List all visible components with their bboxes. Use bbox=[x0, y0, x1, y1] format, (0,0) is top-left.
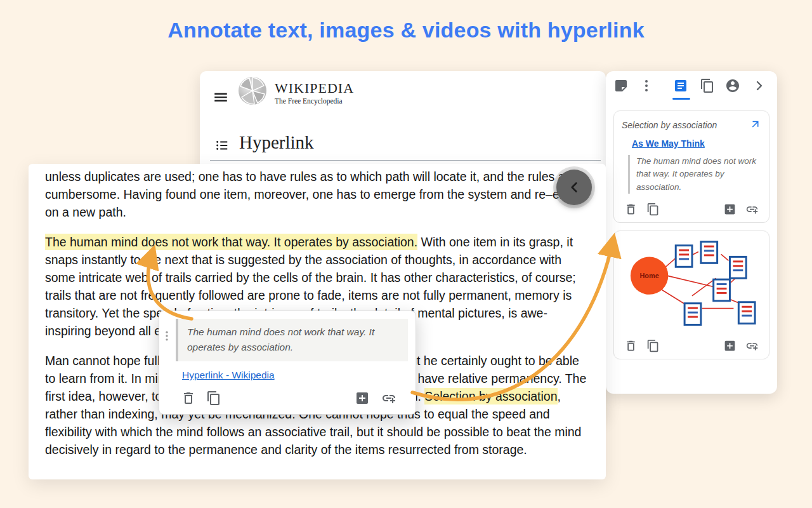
contents-list-icon[interactable] bbox=[215, 138, 229, 152]
add-to-collection-icon[interactable] bbox=[723, 203, 737, 216]
sticky-note-icon[interactable] bbox=[613, 78, 630, 95]
more-options-icon[interactable] bbox=[639, 78, 655, 95]
hamburger-menu-icon[interactable] bbox=[213, 89, 229, 105]
annotation-source-link[interactable]: As We May Think bbox=[632, 138, 761, 149]
popup-quote: The human mind does not work that way. I… bbox=[176, 319, 408, 361]
add-to-collection-icon[interactable] bbox=[723, 339, 737, 352]
hypertext-diagram-image: Home bbox=[622, 240, 761, 330]
duplicate-icon[interactable] bbox=[646, 339, 660, 352]
annotation-card-image: Home bbox=[613, 231, 769, 359]
wikipedia-topbar: WIKIPEDIA The Free Encyclopedia bbox=[200, 71, 606, 126]
annotation-sidebar: Selection by association As We May Think… bbox=[606, 71, 777, 394]
annotation-popup: The human mind does not work that way. I… bbox=[159, 311, 416, 415]
paragraph-1-text: unless duplicates are used; one has to h… bbox=[45, 170, 580, 219]
delete-icon[interactable] bbox=[624, 203, 638, 216]
paragraph-1: unless duplicates are used; one has to h… bbox=[45, 168, 589, 221]
copy-link-icon[interactable] bbox=[381, 391, 396, 406]
annotation-card-text: Selection by association As We May Think… bbox=[613, 110, 769, 223]
page: Annotate text, images & videos with hype… bbox=[0, 0, 812, 508]
sidebar-toolbar bbox=[606, 71, 777, 103]
open-in-new-icon[interactable] bbox=[750, 119, 761, 130]
collapse-sidebar-icon[interactable] bbox=[752, 78, 768, 95]
wikipedia-tagline: The Free Encyclopedia bbox=[275, 97, 354, 105]
wikipedia-wordmark: WIKIPEDIA bbox=[275, 80, 354, 97]
add-to-collection-icon[interactable] bbox=[355, 391, 370, 406]
article-heading-row: Hyperlink bbox=[200, 132, 606, 160]
copy-link-icon[interactable] bbox=[745, 339, 759, 352]
duplicate-icon[interactable] bbox=[646, 203, 660, 216]
annotation-quote: The human mind does not work that way. I… bbox=[628, 155, 761, 194]
popup-source-link[interactable]: Hyperlink - Wikipedia bbox=[182, 370, 275, 381]
wikipedia-wordmark-block: WIKIPEDIA The Free Encyclopedia bbox=[275, 80, 354, 105]
drag-handle-icon[interactable] bbox=[160, 328, 173, 344]
wikipedia-globe-logo[interactable] bbox=[238, 76, 267, 105]
delete-icon[interactable] bbox=[624, 339, 638, 352]
copy-tab-icon[interactable] bbox=[700, 78, 716, 95]
duplicate-icon[interactable] bbox=[206, 391, 221, 406]
account-icon[interactable] bbox=[725, 78, 742, 95]
active-tab-underline bbox=[672, 98, 690, 100]
collapse-panel-button[interactable] bbox=[556, 170, 592, 205]
diagram-home-label: Home bbox=[639, 272, 658, 279]
annotation-card-title: Selection by association bbox=[622, 119, 717, 130]
article-title: Hyperlink bbox=[239, 132, 314, 153]
highlight-annotation[interactable]: Selection by association bbox=[424, 388, 557, 404]
highlight-annotation[interactable]: The human mind does not work that way. I… bbox=[45, 234, 417, 250]
notes-tab-icon[interactable] bbox=[673, 78, 690, 95]
copy-link-icon[interactable] bbox=[745, 203, 759, 216]
article-title-divider bbox=[210, 160, 601, 161]
delete-icon[interactable] bbox=[181, 391, 196, 406]
page-title: Annotate text, images & videos with hype… bbox=[0, 18, 812, 43]
